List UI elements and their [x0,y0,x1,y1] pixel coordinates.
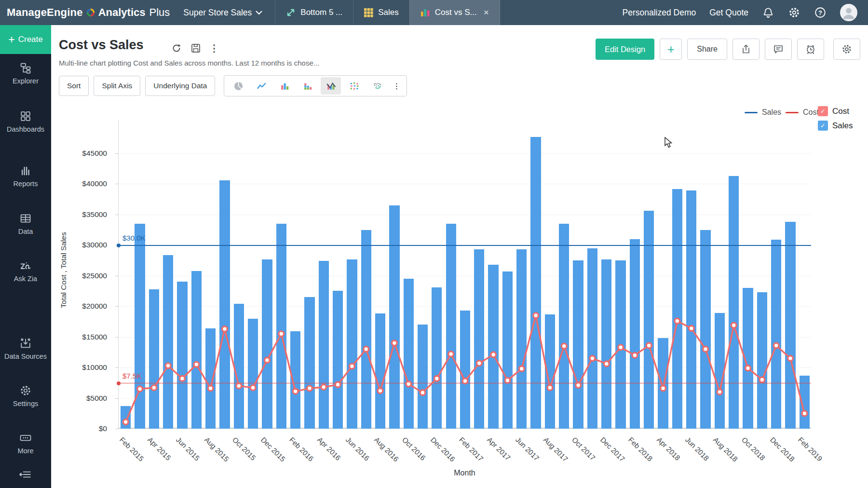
cost-point[interactable] [151,385,157,391]
cost-point[interactable] [378,388,383,393]
cost-point[interactable] [646,343,651,348]
sidebar-item-settings[interactable]: Settings [0,384,51,415]
cost-point[interactable] [590,356,595,361]
cost-point[interactable] [760,377,765,382]
tab-close-icon[interactable]: × [484,7,489,18]
cost-point[interactable] [392,340,397,346]
scatter-chart-type-button[interactable] [344,77,364,95]
share-button[interactable]: Share [687,39,727,60]
cost-point[interactable] [561,343,567,349]
sidebar-item-data[interactable]: Data [0,212,51,243]
cost-point[interactable] [788,356,793,361]
cost-point[interactable] [123,420,128,425]
bar-chart-type-button[interactable] [274,77,295,95]
cost-point[interactable] [434,376,439,381]
report-settings-button[interactable] [833,39,860,60]
sales-checkbox[interactable]: ✓ [818,121,828,131]
cost-point[interactable] [533,313,539,318]
sidebar-item-ask-zia[interactable]: Ask Zia [0,259,51,290]
title-kebab-menu-icon[interactable]: ⋮ [209,42,219,54]
create-button[interactable]: + Create [0,25,51,54]
tab-cost-vs-sales[interactable]: Cost vs S... × [409,0,500,25]
cost-point[interactable] [618,345,624,350]
map-chart-type-button[interactable] [367,77,387,95]
cost-point[interactable] [547,385,553,391]
cost-point[interactable] [746,366,751,371]
notifications-bell-icon[interactable] [762,6,774,19]
brand-logo[interactable]: ManageEngine Analytics Plus [0,0,170,25]
line-chart-type-button[interactable] [251,77,271,95]
save-icon[interactable] [190,42,202,54]
cost-point[interactable] [180,376,185,381]
cost-point[interactable] [321,384,326,390]
cost-point[interactable] [476,361,482,366]
cost-point[interactable] [519,366,524,371]
sidebar-item-dashboards[interactable]: Dashboards [0,110,51,141]
y-tick-label: $25000 [82,271,107,280]
cost-point[interactable] [661,386,666,391]
export-icon [740,43,752,55]
sort-button[interactable]: Sort [59,76,89,96]
cost-point[interactable] [689,326,694,331]
edit-design-button[interactable]: Edit Design [596,39,654,60]
user-avatar[interactable] [840,4,857,21]
stacked-bar-chart-type-button[interactable] [298,77,318,95]
pie-chart-type-button[interactable] [228,77,248,95]
cost-point[interactable] [194,362,199,367]
get-quote-link[interactable]: Get Quote [709,8,748,18]
split-axis-button[interactable]: Split Axis [94,76,140,96]
cost-point[interactable] [307,386,312,391]
cost-point[interactable] [364,347,369,352]
personalized-demo-link[interactable]: Personalized Demo [623,8,696,18]
cost-point[interactable] [250,385,256,391]
refresh-icon[interactable] [171,42,182,54]
cost-point[interactable] [406,381,411,387]
cost-point[interactable] [604,361,609,366]
admin-gear-icon[interactable] [788,6,800,19]
tab-sales[interactable]: Sales [353,0,409,25]
help-icon[interactable]: ? [814,6,827,19]
cost-point[interactable] [420,390,425,395]
comments-button[interactable] [765,39,792,60]
cost-point[interactable] [731,323,736,328]
cost-point[interactable] [349,364,354,369]
cost-point[interactable] [505,378,510,383]
cost-point[interactable] [491,352,496,357]
cost-point[interactable] [222,326,228,332]
more-chart-types-kebab-icon[interactable]: ⋮ [390,77,403,95]
y-tick-mark [115,398,118,399]
cost-point[interactable] [675,318,680,324]
alerts-button[interactable] [797,39,824,60]
cost-point[interactable] [165,363,171,368]
underlying-data-button[interactable]: Underlying Data [145,76,215,96]
add-button[interactable]: + [660,39,682,60]
x-tick-label: Oct 2018 [740,435,767,462]
cost-point[interactable] [773,343,779,348]
cost-point[interactable] [208,386,213,391]
sidebar-item-data-sources[interactable]: Data Sources [0,337,51,368]
cost-point[interactable] [137,386,143,392]
cost-point[interactable] [632,352,637,358]
sales-series-toggle[interactable]: ✓ Sales [818,121,853,131]
cost-point[interactable] [448,352,454,357]
cost-point[interactable] [462,379,468,384]
cost-checkbox[interactable]: ✓ [818,106,828,116]
tab-bottom-5[interactable]: Bottom 5 ... [275,0,353,25]
cost-point[interactable] [265,357,270,363]
cost-point[interactable] [717,389,722,394]
cost-point[interactable] [293,389,298,394]
cost-point[interactable] [576,383,581,388]
combo-chart-type-button[interactable] [321,77,341,95]
cost-point[interactable] [703,347,708,352]
sidebar-item-explorer[interactable]: Explorer [0,62,51,93]
cost-point[interactable] [802,411,807,416]
cost-series-toggle[interactable]: ✓ Cost [818,106,853,116]
cost-point[interactable] [279,331,284,337]
sidebar-collapse-button[interactable] [0,469,51,480]
export-button[interactable] [732,39,760,60]
sidebar-item-more[interactable]: More [0,432,51,462]
sidebar-item-reports[interactable]: Reports [0,164,51,195]
cost-point[interactable] [236,383,242,389]
cost-point[interactable] [335,382,340,387]
workspace-selector[interactable]: Super Store Sales [183,0,262,25]
